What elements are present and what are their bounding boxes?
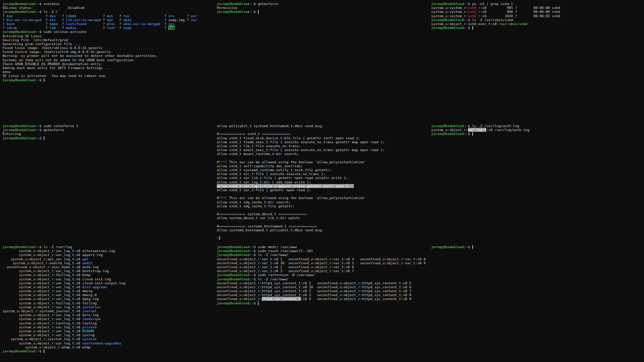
terminal-line: #============= sshd_t ==============	[217, 132, 385, 136]
terminal-line: system_u:object_r:var_log_t:s0 kern.log	[3, 313, 125, 317]
terminal-line: unconfined_u:object_r:httpd_sys_content_…	[217, 285, 425, 289]
terminal-text: system_u:object_r:lastlog_t:s0 lastlog	[3, 321, 97, 325]
terminal-text: system_u:object_r:var_log_t:s0 apport.lo…	[3, 253, 103, 257]
terminal-pane-middle-left[interactable]: jeremy@kodekloud:~$ sudo setenforce 1jer…	[3, 124, 78, 140]
terminal-pane-middle-right[interactable]: jeremy@kodekloud:~$ ls -Z /var/log/auth.…	[431, 124, 530, 136]
terminal-line: jeremy@kodekloud:~$ sudo setenforce 1	[3, 124, 78, 128]
terminal-line	[217, 208, 385, 212]
terminal-text: $	[468, 124, 472, 128]
terminal-text: jeremy@kodekloud	[3, 245, 35, 249]
terminal-text: ?	[160, 22, 169, 26]
terminal-line	[217, 232, 385, 236]
terminal-text: system_u:object_r:faillog_t:s0 btmp	[3, 273, 91, 277]
terminal-text: $	[468, 26, 472, 30]
terminal-line: allow sshd_t var_lib_t:file { getattr op…	[217, 176, 385, 180]
terminal-text: system_u:system_r:	[431, 6, 468, 10]
terminal-line: jeremy@kodekloud:~$ ls -Z /var/log/auth.…	[431, 124, 530, 128]
terminal-pane-middle-middle[interactable]: allow policykit_t systemd_hostnamed_t:db…	[217, 124, 385, 240]
terminal-text: #============= sshd_t ==============	[217, 132, 291, 136]
terminal-line: system_u:object_r:wtmp_t:s0 wtmp	[3, 345, 125, 349]
terminal-text: home	[50, 22, 58, 26]
terminal-line: jeremy@kodekloud:~$	[217, 10, 278, 14]
terminal-line: system_u:object_r:systemd_journal_t:s0 j…	[3, 309, 125, 313]
terminal-text: sudo mkdir /var/www	[258, 245, 297, 249]
terminal-text: ls -Z /	[43, 10, 58, 14]
terminal-text: Found initrd image: /boot/initrd.img-6.8…	[3, 50, 111, 54]
terminal-text: ?	[131, 26, 168, 30]
terminal-text: jeremy@kodekloud	[217, 249, 250, 253]
terminal-text: ?	[3, 26, 6, 30]
terminal-text: system_u:object_r:	[431, 128, 468, 132]
terminal-text: $	[254, 249, 258, 253]
terminal-text: $	[39, 2, 43, 6]
terminal-text: $	[39, 124, 43, 128]
terminal-text: sys	[168, 22, 174, 26]
terminal-text: system_u:object_r:var_log_t:s0 dpkg.log	[3, 297, 99, 301]
terminal-text: sudo setenforce 1	[43, 124, 78, 128]
terminal-pane-top-middle[interactable]: jeremy@kodekloud:~$ getenforcePermissive…	[217, 2, 278, 14]
terminal-text: sysstat	[82, 337, 97, 341]
terminal-text: httpd_sys_content_t	[262, 297, 301, 301]
terminal-text: $	[39, 349, 43, 353]
terminal-text: allow sshd_t fsadm_exec_t:file { execute…	[217, 140, 385, 144]
terminal-text: audit	[82, 261, 93, 265]
terminal-text: jeremy@kodekloud	[431, 245, 464, 249]
terminal-line: system_u:object_r:var_log_t:s0 alternati…	[3, 249, 125, 253]
terminal-text: jeremy@kodekloud	[217, 2, 250, 6]
terminal-line: system_u:object_r:auditd_log_t:s0 audit	[3, 261, 125, 265]
terminal-text: system_u:object_r:var_log_t:s0	[3, 329, 82, 333]
terminal-pane-top-right[interactable]: jeremy@kodekloud:~$ ps -eZ | grep sshd_t…	[431, 2, 560, 30]
terminal-text: ps -eZ | grep sshd_t	[472, 2, 513, 6]
terminal-line: system_u:object_r:faillog_t:s0 faillog	[3, 301, 125, 305]
cursor	[219, 236, 220, 240]
terminal-line: Permissive	[217, 6, 278, 10]
terminal-text: allow sshd_t self:capability dac_overrid…	[217, 164, 303, 168]
terminal-line: #!!!! This avc can be allowed using the …	[217, 160, 385, 164]
terminal-text: $	[254, 277, 258, 281]
terminal-line: system_u:object_r:var_log_t:s0 /var/log/…	[431, 128, 530, 132]
terminal-line: Found initrd image: /boot/initrd.img-6.8…	[3, 50, 197, 54]
terminal-line: jeremy@kodekloud:~$	[431, 132, 530, 136]
terminal-text: ?	[101, 18, 107, 22]
terminal-text: ?	[76, 26, 107, 30]
terminal-line: Check GRUB_DISABLE_OS_PROBER documentati…	[3, 62, 197, 66]
terminal-text: system_u:object_r:var_log_t:s0	[3, 325, 82, 329]
terminal-text: Enforcing	[3, 132, 21, 136]
terminal-line: system_u:object_r:var_log_t:s0 cloud-ini…	[3, 281, 125, 285]
terminal-text: boot	[6, 22, 15, 26]
terminal-text: ls -Z /var/www/	[258, 277, 288, 281]
terminal-text: jeremy@kodekloud	[3, 128, 35, 132]
terminal-text: unconfined_u:object_r:httpd_sys_content_…	[217, 285, 411, 289]
terminal-pane-top-left[interactable]: jeremy@kodekloud:~$ sestatusSELinux stat…	[3, 2, 197, 82]
cursor	[44, 78, 44, 82]
terminal-text: apt	[82, 257, 88, 261]
terminal-line: jeremy@kodekloud:~$ ls -Z /var/log	[3, 245, 125, 249]
terminal-line: system_u:system_r:sshd_t:s0 1020 ? 00:00…	[431, 14, 560, 18]
terminal-text: Systems on them will not be added to the…	[3, 58, 136, 62]
terminal-line: allow sshd_t xdg_cache_t:file getattr;	[217, 204, 385, 208]
terminal-line: unconfined_u:object_r:httpd_sys_content_…	[217, 281, 425, 285]
terminal-text: ?	[3, 18, 6, 22]
terminal-line: #============= system_dbusd_t ==========…	[217, 212, 385, 216]
terminal-line: SE Linux is activated. You may need to r…	[3, 74, 197, 78]
terminal-line: done	[3, 70, 197, 74]
terminal-line: ? bin ? dev ? lib64 ? mnt ? run ? srv ? …	[3, 14, 197, 18]
terminal-text: $	[254, 273, 258, 277]
terminal-text: $	[468, 132, 472, 136]
terminal-text: jeremy@kodekloud	[431, 2, 464, 6]
terminal-text: allow sshd_t mount_exec_t:file { execute…	[217, 148, 385, 152]
terminal-text: ?	[42, 18, 50, 22]
terminal-pane-bottom-left[interactable]: jeremy@kodekloud:~$ ls -Z /var/log syste…	[3, 245, 125, 353]
terminal-pane-bottom-right[interactable]: jeremy@kodekloud:~$	[431, 245, 473, 249]
terminal-line: Sourcing file `/etc/default/grub'	[3, 38, 197, 42]
terminal-pane-bottom-middle[interactable]: jeremy@kodekloud:~$ sudo mkdir /var/wwwj…	[217, 245, 425, 305]
terminal-line: system_u:object_r:var_log_t:s0 cloud-ini…	[3, 277, 125, 281]
terminal-text: jeremy@kodekloud	[217, 10, 250, 14]
terminal-text: dist-upgrade	[82, 285, 107, 289]
terminal-text: getenforce	[258, 2, 278, 6]
terminal-text: jeremy@kodekloud	[3, 10, 35, 14]
terminal-line: system_u:object_r:sshd_exec_t:s0 /usr/sb…	[431, 22, 560, 26]
terminal-text: sbin.usr-is-merged	[123, 22, 160, 26]
terminal-line: allow system_dbusd_t var_lib_t:dir watch…	[217, 216, 385, 220]
terminal-line: allow sshd_t lib_t:file execute_no_trans…	[217, 144, 385, 148]
